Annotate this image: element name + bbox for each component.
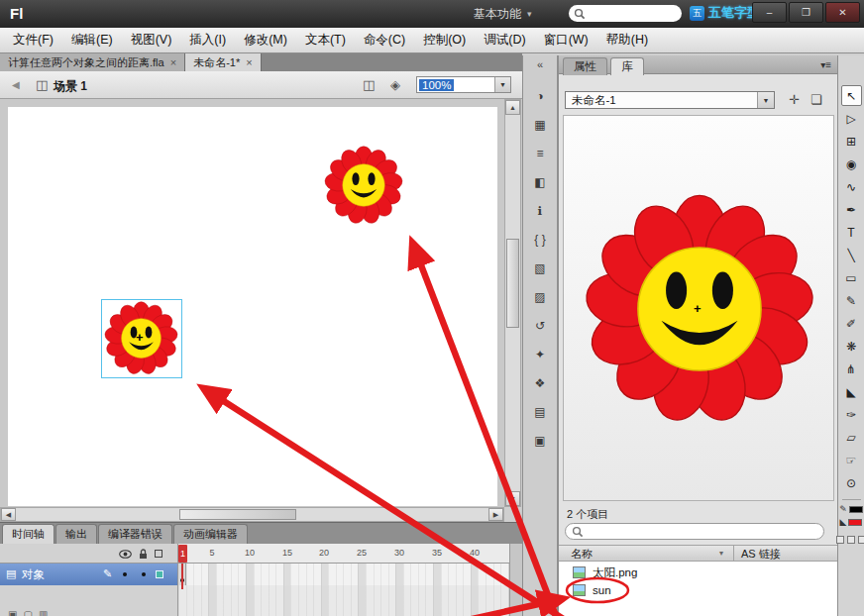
transform-panel-icon[interactable]: ◧	[529, 171, 551, 193]
center-frame-icon[interactable]: ▣	[8, 609, 17, 616]
edit-scene-icon[interactable]: ◫	[363, 77, 375, 92]
scroll-right-icon[interactable]: ▶	[488, 508, 503, 521]
sort-caret-icon[interactable]: ▾	[719, 549, 723, 558]
layer-name[interactable]: 对象	[22, 567, 45, 582]
tab-output[interactable]: 输出	[55, 524, 97, 544]
fill-color-swatch[interactable]	[848, 519, 862, 526]
align-panel-icon[interactable]: ≡	[529, 143, 551, 164]
new-library-panel-icon[interactable]: ❏	[810, 92, 822, 107]
tool-selection[interactable]: ↖	[841, 85, 862, 106]
tool-line[interactable]: ╲	[841, 245, 862, 265]
timeline-frames-row[interactable]	[178, 564, 509, 585]
layer-outline-color-swatch[interactable]	[156, 570, 163, 578]
document-tab-untitled-1[interactable]: 未命名-1* ×	[185, 53, 262, 71]
menu-control[interactable]: 控制(O)	[414, 28, 475, 52]
color-panel-icon[interactable]: ◑	[529, 85, 551, 107]
onion-skin-icon[interactable]: ▢	[23, 609, 32, 616]
timeline-layer-row[interactable]: ▤ 对象 ✎	[0, 564, 178, 585]
column-as-linkage[interactable]: AS 链接	[741, 547, 781, 562]
tool-text[interactable]: T	[841, 222, 862, 243]
column-name[interactable]: 名称	[571, 547, 593, 562]
library-list-header[interactable]: 名称 ▾ AS 链接	[559, 545, 838, 562]
tab-library[interactable]: 库	[610, 57, 644, 75]
tool-hand[interactable]: ☞	[841, 450, 862, 470]
select-caret-icon[interactable]: ▼	[757, 92, 774, 108]
no-color-icon[interactable]	[847, 536, 855, 544]
default-colors-icon[interactable]	[836, 536, 844, 544]
scroll-thumb[interactable]	[179, 509, 296, 520]
info-panel-icon[interactable]: ℹ	[529, 200, 551, 222]
tool-rectangle[interactable]: ▭	[841, 267, 862, 288]
zoom-level-control[interactable]: 100% ▼	[416, 76, 511, 93]
scroll-thumb[interactable]	[506, 239, 519, 328]
menu-insert[interactable]: 插入(I)	[180, 28, 235, 52]
tool-lasso[interactable]: ∿	[841, 176, 862, 197]
tool-paint-bucket[interactable]: ◣	[841, 381, 862, 402]
back-icon[interactable]: ◀	[12, 79, 20, 90]
tool-eraser[interactable]: ▱	[841, 427, 862, 448]
menu-debug[interactable]: 调试(D)	[475, 28, 534, 52]
close-button[interactable]: ✕	[825, 2, 860, 23]
library-item-taiyang-png[interactable]: 太阳.png	[559, 564, 838, 581]
close-tab-icon[interactable]: ×	[170, 56, 176, 68]
menu-file[interactable]: 文件(F)	[4, 28, 62, 52]
tab-timeline[interactable]: 时间轴	[2, 524, 54, 544]
tool-pencil[interactable]: ✎	[841, 290, 862, 311]
outline-view-icon[interactable]	[155, 550, 162, 558]
scroll-down-icon[interactable]: ▼	[505, 491, 520, 506]
strings-panel-icon[interactable]: ❖	[529, 372, 551, 394]
search-input[interactable]	[588, 7, 681, 21]
onion-skin-outlines-icon[interactable]: ▥	[39, 609, 48, 616]
scroll-up-icon[interactable]: ▲	[505, 100, 520, 115]
layer-lock-dot[interactable]	[142, 572, 146, 576]
menu-commands[interactable]: 命令(C)	[355, 28, 414, 52]
code-snippets-panel-icon[interactable]: { }	[529, 229, 551, 251]
tool-subselection[interactable]: ▷	[841, 108, 862, 129]
menu-window[interactable]: 窗口(W)	[535, 28, 597, 52]
menu-edit[interactable]: 编辑(E)	[62, 28, 122, 52]
stroke-color-control[interactable]: ✎	[839, 504, 863, 514]
menu-text[interactable]: 文本(T)	[296, 28, 355, 52]
eye-icon[interactable]	[119, 550, 132, 559]
layer-visibility-dot[interactable]	[123, 572, 127, 576]
scene-breadcrumb[interactable]: 场景 1	[54, 78, 87, 95]
actions-panel-icon[interactable]: ✦	[529, 344, 551, 365]
timeline-frame-ruler[interactable]: 1 5 10 15 20 25 30 35 40	[178, 544, 509, 564]
maximize-button[interactable]: ❐	[789, 2, 823, 23]
stroke-color-swatch[interactable]	[849, 506, 863, 513]
minimize-button[interactable]: –	[752, 2, 787, 23]
tool-pen[interactable]: ✒	[841, 199, 862, 220]
stage-vertical-scrollbar[interactable]: ▲ ▼	[504, 99, 521, 507]
stage-horizontal-scrollbar[interactable]: ◀ ▶	[0, 507, 504, 522]
project-panel-icon[interactable]: ▣	[529, 430, 551, 452]
lock-icon[interactable]	[139, 548, 148, 560]
menu-view[interactable]: 视图(V)	[122, 28, 181, 52]
ime-indicator[interactable]: 五 五笔字型	[690, 4, 760, 22]
expand-panels-icon[interactable]: «	[523, 58, 557, 70]
zoom-dropdown-icon[interactable]: ▼	[494, 77, 510, 92]
menu-modify[interactable]: 修改(M)	[235, 28, 296, 52]
output-panel-icon[interactable]: ▤	[529, 401, 551, 423]
library-search-box[interactable]	[565, 523, 824, 540]
sun-instance-top[interactable]	[324, 146, 403, 225]
panel-menu-icon[interactable]: ▾≡	[820, 59, 831, 70]
playhead[interactable]: 1	[178, 545, 187, 563]
workspace-switcher-button[interactable]: 基本功能 ▾	[466, 5, 540, 23]
titlebar-search-box[interactable]	[569, 5, 682, 22]
tab-properties[interactable]: 属性	[563, 57, 607, 75]
tab-motion-editor[interactable]: 动画编辑器	[173, 524, 248, 544]
components-panel-icon[interactable]: ▧	[529, 257, 551, 279]
fill-color-control[interactable]: ◣	[840, 517, 863, 527]
library-document-select[interactable]: 未命名-1 ▼	[565, 91, 775, 109]
tab-compiler-errors[interactable]: 编译器错误	[98, 524, 172, 544]
pin-library-icon[interactable]: ✛	[789, 92, 800, 107]
tool-bone[interactable]: ⋔	[841, 359, 862, 379]
tool-eyedropper[interactable]: ✑	[841, 404, 862, 425]
tool-deco[interactable]: ❋	[841, 336, 862, 357]
edit-symbol-icon[interactable]: ◈	[390, 77, 400, 92]
swap-colors-icon[interactable]	[858, 536, 864, 544]
tool-zoom[interactable]: ⊙	[841, 472, 862, 493]
tool-free-transform[interactable]: ⊞	[841, 131, 862, 152]
scroll-left-icon[interactable]: ◀	[1, 508, 16, 521]
column-divider[interactable]	[733, 546, 734, 561]
